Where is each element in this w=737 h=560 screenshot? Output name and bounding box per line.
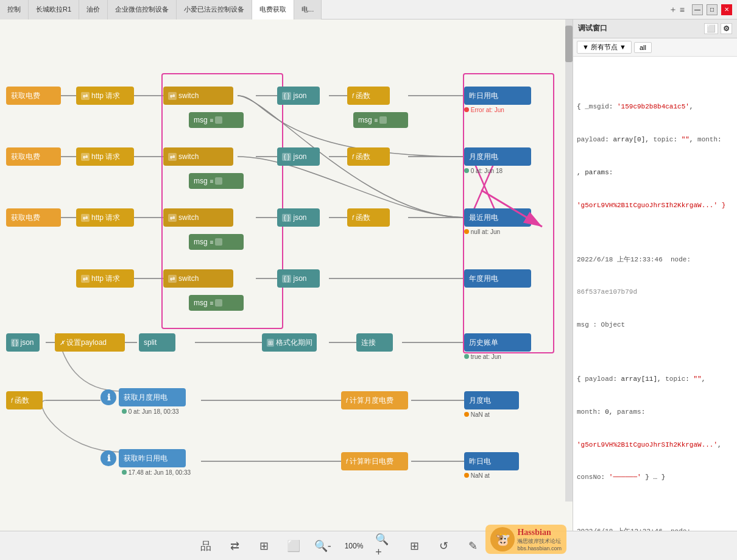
node-split[interactable]: split (139, 333, 175, 352)
json-label-3: json (293, 213, 306, 222)
node-history[interactable]: 历史账单 (464, 333, 531, 352)
node-format-period[interactable]: ⊞ 格式化期间 (262, 333, 317, 352)
node-msg-2[interactable]: msg ≡ (189, 173, 244, 189)
bottom-icon-copy[interactable]: ⊞ (255, 536, 274, 556)
add-tab-btn[interactable]: ＋ (669, 4, 677, 15)
node-func-1[interactable]: f 函数 (347, 87, 390, 105)
node-set-payload[interactable]: ✗ 设置payload (55, 333, 125, 352)
minimize-button[interactable]: — (692, 4, 703, 15)
node-msg-4[interactable]: msg ≡ (189, 295, 244, 311)
log-line-5: 2022/6/18 上午12:33:46 node: (577, 255, 733, 266)
tab-extra[interactable]: 电... (294, 0, 322, 19)
node-msg-1[interactable]: msg ≡ (189, 112, 244, 128)
func-icon-2: f (352, 154, 354, 160)
window-controls: — □ ✕ (687, 4, 737, 15)
debug-expand-btn[interactable]: ⬜ (704, 23, 718, 34)
node-monthly-label[interactable]: 获取月度用电 (119, 388, 186, 406)
scrollbar-vertical[interactable] (565, 19, 573, 502)
switch-icon-2: ⇄ (168, 153, 177, 161)
node-json-5[interactable]: { } json (6, 333, 40, 352)
json-label-5: json (20, 338, 34, 347)
node-recent[interactable]: 最近用电 (464, 208, 531, 227)
close-button[interactable]: ✕ (721, 4, 732, 15)
node-get-fee-2[interactable]: 获取电费 (6, 147, 61, 166)
maximize-button[interactable]: □ (707, 4, 718, 15)
tab-electricity[interactable]: 电费获取 (252, 0, 294, 19)
bottom-icon-zoom-out[interactable]: 🔍- (313, 536, 333, 556)
node-get-fee-1[interactable]: 获取电费 (6, 87, 61, 105)
node-json-4[interactable]: { } json (277, 269, 320, 288)
filter-all-btn[interactable]: all (634, 42, 652, 53)
switch-icon-4: ⇄ (168, 275, 177, 283)
node-connect[interactable]: 连接 (356, 333, 393, 352)
node-get-yesterday[interactable]: ℹ 获取昨日用电 (100, 449, 186, 467)
json-icon-5: { } (11, 339, 19, 347)
calc-monthly-label: 计算月度电费 (350, 395, 393, 406)
node-calc-yesterday[interactable]: f 计算昨日电费 (341, 452, 408, 470)
json-icon-2: { } (282, 153, 291, 161)
status-dot-6b (464, 412, 469, 417)
node-json-3[interactable]: { } json (277, 208, 320, 227)
node-calc-monthly[interactable]: f 计算月度电费 (341, 391, 408, 409)
node-yearly[interactable]: 年度用电 (464, 269, 531, 288)
log-line-3: , params: (577, 168, 733, 179)
scrollbar-thumb[interactable] (565, 26, 573, 62)
yesterday-get-status: 17.48 at: Jun 18, 00:33 (122, 469, 191, 476)
node-yesterday[interactable]: 昨日用电 (464, 87, 531, 105)
json-icon-1: { } (282, 92, 291, 100)
func-label-3: 函数 (356, 213, 370, 223)
node-json-2[interactable]: { } json (277, 147, 320, 166)
json-icon-3: { } (282, 214, 291, 222)
tab-ai[interactable]: 小爱已法云控制设备 (177, 0, 252, 19)
node-yesterday-fee[interactable]: 昨日电 (464, 452, 519, 470)
debug-log-content[interactable]: { _msgid: '159c9b2b8b4ca1c5', payload: a… (573, 57, 737, 531)
monthly-status: 0 at: Jun 18 (464, 168, 503, 174)
node-func-3[interactable]: f 函数 (347, 208, 390, 227)
node-http-4[interactable]: ⇄ http 请求 (76, 269, 134, 288)
bottom-icon-undo[interactable]: ↺ (434, 536, 453, 556)
bottom-icon-download[interactable]: ↓ (521, 536, 541, 556)
log-line-2: payload: array[0], topic: "", month: (577, 135, 733, 146)
node-http-3[interactable]: ⇄ http 请求 (76, 208, 134, 227)
node-func-2[interactable]: f 函数 (347, 147, 390, 166)
node-json-1[interactable]: { } json (277, 87, 320, 105)
monthly-label: 月度用电 (469, 152, 498, 162)
msg-btn-1b (379, 116, 387, 124)
log-line-6: 86f537ae107b79d (577, 287, 733, 298)
node-switch-2[interactable]: ⇄ switch (163, 147, 233, 166)
bottom-icon-edit[interactable]: ✎ (463, 536, 482, 556)
status-dot-6 (122, 409, 127, 414)
node-msg-1b[interactable]: msg ≡ (353, 112, 408, 128)
node-http-1[interactable]: ⇄ http 请求 (76, 87, 134, 105)
node-yesterday-label[interactable]: 获取昨日用电 (119, 449, 186, 467)
bottom-icon-grid[interactable]: ⊞ (404, 536, 424, 556)
node-switch-4[interactable]: ⇄ switch (163, 269, 233, 288)
filter-nodes-btn[interactable]: ▼ 所有节点 ▼ (577, 41, 632, 54)
debug-panel-controls: ⬜ ⚙ (704, 23, 732, 34)
bottom-icon-zoom-in[interactable]: 🔍+ (375, 536, 395, 556)
tab-oil[interactable]: 油价 (79, 0, 108, 19)
tab-car[interactable]: 长城欧拉R1 (29, 0, 79, 19)
yesterday-label: 昨日用电 (469, 91, 498, 101)
bottom-icon-import[interactable]: ⇄ (225, 536, 245, 556)
node-switch-3[interactable]: ⇄ switch (163, 208, 233, 227)
http-label-3: http 请求 (91, 213, 120, 223)
debug-settings-btn[interactable]: ⚙ (721, 23, 732, 34)
node-get-fee-3[interactable]: 获取电费 (6, 208, 61, 227)
status-dot-7b (464, 473, 469, 478)
tab-control[interactable]: 控制 (0, 0, 29, 19)
node-func-6[interactable]: f 函数 (6, 391, 43, 409)
tab-enterprise[interactable]: 企业微信控制设备 (108, 0, 177, 19)
node-monthly[interactable]: 月度用电 (464, 147, 531, 166)
set-payload-icon: ✗ (60, 339, 65, 346)
node-switch-1[interactable]: ⇄ switch (163, 87, 233, 105)
node-get-monthly[interactable]: ℹ 获取月度用电 (100, 388, 186, 406)
bottom-icon-fullscreen[interactable]: □ (492, 536, 512, 556)
bottom-icon-frame[interactable]: ⬜ (284, 536, 303, 556)
node-monthly-fee[interactable]: 月度电 (464, 391, 519, 409)
node-http-2[interactable]: ⇄ http 请求 (76, 147, 134, 166)
bottom-icon-layout[interactable]: 品 (196, 536, 216, 556)
canvas-area[interactable]: 获取电费 ⇄ http 请求 ⇄ switch msg ≡ { } json (0, 19, 573, 531)
tab-menu-btn[interactable]: ≡ (680, 5, 685, 15)
node-msg-3[interactable]: msg ≡ (189, 234, 244, 250)
